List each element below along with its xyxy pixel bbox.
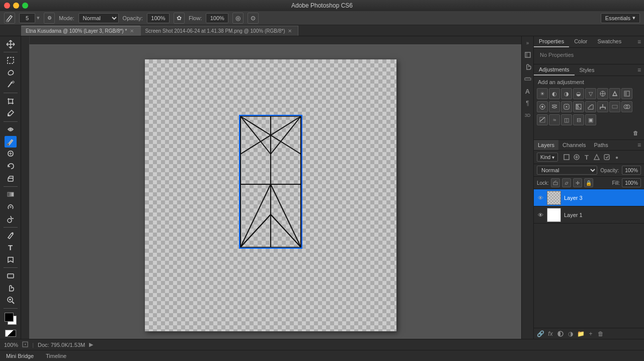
layers-options-btn[interactable]: ≡	[634, 141, 644, 149]
adj-icon2[interactable]: ≈	[549, 114, 560, 125]
hand-tool[interactable]	[5, 282, 17, 294]
3d-panel-icon[interactable]: 3D	[523, 111, 532, 120]
path-selection-tool[interactable]	[5, 254, 17, 265]
levels-adj-icon[interactable]: ◐	[549, 88, 560, 99]
layer-fx-btn[interactable]: fx	[546, 329, 555, 338]
layer-link-btn[interactable]: 🔗	[536, 329, 545, 338]
posterize-adj-icon[interactable]	[585, 101, 596, 112]
vibrance-adj-icon[interactable]: ▽	[585, 88, 596, 99]
tab-color[interactable]: Color	[569, 36, 592, 47]
bw-adj-icon[interactable]	[621, 88, 632, 99]
dodge-tool[interactable]	[5, 213, 17, 225]
tab-paths[interactable]: Paths	[590, 140, 612, 150]
doc-info-arrow[interactable]: ▶	[89, 341, 93, 348]
lasso-tool[interactable]	[5, 67, 17, 79]
threshold-adj-icon[interactable]	[597, 101, 608, 112]
pen-tool[interactable]	[5, 230, 17, 241]
layer-filter-shape[interactable]	[592, 153, 601, 162]
layer-group-btn[interactable]: 📁	[576, 329, 585, 338]
close-button[interactable]	[4, 3, 10, 9]
adj-icon3[interactable]: ◫	[561, 114, 572, 125]
tab-etna[interactable]: Etna Kusudama @ 100% (Layer 3, RGB/8*) *…	[21, 26, 140, 36]
stylus-icon[interactable]: ◎	[232, 13, 244, 24]
hsl-adj-icon[interactable]	[597, 88, 608, 99]
crop-tool[interactable]	[5, 95, 17, 107]
minimize-button[interactable]	[13, 3, 19, 9]
lock-position-btn[interactable]: ✛	[573, 178, 582, 187]
tab-channels[interactable]: Channels	[558, 140, 590, 150]
magic-wand-tool[interactable]	[5, 79, 17, 91]
flow-input[interactable]	[206, 13, 228, 23]
tab-etna-close[interactable]: ✕	[130, 28, 134, 34]
eraser-tool[interactable]	[5, 173, 17, 184]
layer-3-visibility[interactable]: 👁	[537, 194, 544, 201]
brush-options-icon[interactable]: ⚙	[44, 13, 55, 24]
clone-stamp-tool[interactable]	[5, 148, 17, 160]
lock-transparent-btn[interactable]	[551, 178, 560, 187]
layer-item-3[interactable]: 👁 Layer 3	[534, 189, 644, 206]
layer-opacity-input[interactable]	[622, 166, 641, 175]
brightness-adj-icon[interactable]: ☀	[537, 88, 548, 99]
marquee-tool[interactable]	[5, 54, 17, 66]
foreground-color-swatch[interactable]	[5, 313, 14, 322]
blend-mode-dropdown[interactable]: Normal Multiply Screen	[537, 166, 597, 175]
brush-tool-icon[interactable]	[4, 13, 15, 24]
gradient-tool[interactable]	[5, 189, 17, 200]
curves-adj-icon[interactable]: ◑	[561, 88, 572, 99]
zoom-tool[interactable]	[5, 295, 17, 306]
tab-swatches[interactable]: Swatches	[592, 36, 626, 47]
blur-tool[interactable]	[5, 201, 17, 212]
zoom-input-btn[interactable]	[22, 341, 28, 348]
tab-adjustments[interactable]: Adjustments	[534, 64, 575, 76]
hand-panel-icon[interactable]	[523, 62, 532, 71]
layer-filter-pixel[interactable]	[562, 153, 571, 162]
layer-1-visibility[interactable]: 👁	[537, 211, 544, 219]
shape-tool[interactable]	[5, 270, 17, 281]
layer-new-btn[interactable]: +	[586, 329, 595, 338]
layer-filter-type[interactable]: T	[582, 153, 591, 162]
adj-icon5[interactable]: ▣	[585, 114, 596, 125]
delete-adjustment-btn[interactable]: 🗑	[630, 127, 641, 138]
mini-bridge-tab[interactable]: Mini Bridge	[4, 352, 36, 360]
timeline-tab[interactable]: Timeline	[44, 352, 68, 360]
heal-tool[interactable]	[5, 124, 17, 135]
layer-item-1[interactable]: 👁 Layer 1	[534, 206, 644, 224]
canvas-container[interactable]	[29, 44, 521, 339]
colorlookup-adj-icon[interactable]	[561, 101, 572, 112]
color-swatch-area[interactable]	[3, 312, 19, 327]
adj-icon4[interactable]: ⊟	[573, 114, 584, 125]
brush-size-input[interactable]	[19, 13, 35, 23]
properties-icon[interactable]	[523, 50, 532, 59]
move-tool[interactable]	[5, 38, 17, 50]
tab-properties[interactable]: Properties	[534, 36, 569, 47]
exposure-adj-icon[interactable]: ◒	[573, 88, 584, 99]
ruler-panel-icon[interactable]	[523, 75, 532, 84]
layers-kind-dropdown[interactable]: Kind ▾	[537, 153, 558, 162]
selectivecolor-adj-icon[interactable]	[621, 101, 632, 112]
curves2-adj-icon[interactable]	[537, 114, 548, 125]
smoothing-icon[interactable]: ⊙	[248, 13, 259, 24]
collapse-panel-icon[interactable]: »	[523, 38, 532, 47]
layer-adjustment-btn[interactable]: ◑	[566, 329, 575, 338]
channelmixer-adj-icon[interactable]	[549, 101, 560, 112]
brush-tool[interactable]	[5, 136, 17, 148]
properties-options-btn[interactable]: ≡	[634, 38, 644, 45]
layer-mask-btn[interactable]	[556, 329, 565, 338]
layer-delete-btn[interactable]: 🗑	[596, 329, 605, 338]
adjustments-options-btn[interactable]: ≡	[634, 66, 644, 74]
tab-layers[interactable]: Layers	[534, 140, 558, 150]
layer-fill-input[interactable]	[622, 178, 641, 187]
eyedropper-tool[interactable]	[5, 107, 17, 119]
maximize-button[interactable]	[22, 3, 28, 9]
tab-styles[interactable]: Styles	[575, 65, 600, 75]
mode-dropdown[interactable]: Normal Multiply Screen	[78, 13, 119, 23]
text-panel-icon[interactable]: A	[523, 87, 532, 96]
layer-filter-adjust[interactable]	[572, 153, 581, 162]
airbrush-icon[interactable]: ✿	[174, 13, 185, 24]
colorbalance-adj-icon[interactable]	[609, 88, 620, 99]
gradientmap-adj-icon[interactable]	[609, 101, 620, 112]
paragraph-panel-icon[interactable]: ¶	[523, 99, 532, 108]
layer-filter-smart[interactable]	[602, 153, 611, 162]
lock-image-btn[interactable]	[562, 178, 571, 187]
text-tool[interactable]: T	[5, 242, 17, 253]
